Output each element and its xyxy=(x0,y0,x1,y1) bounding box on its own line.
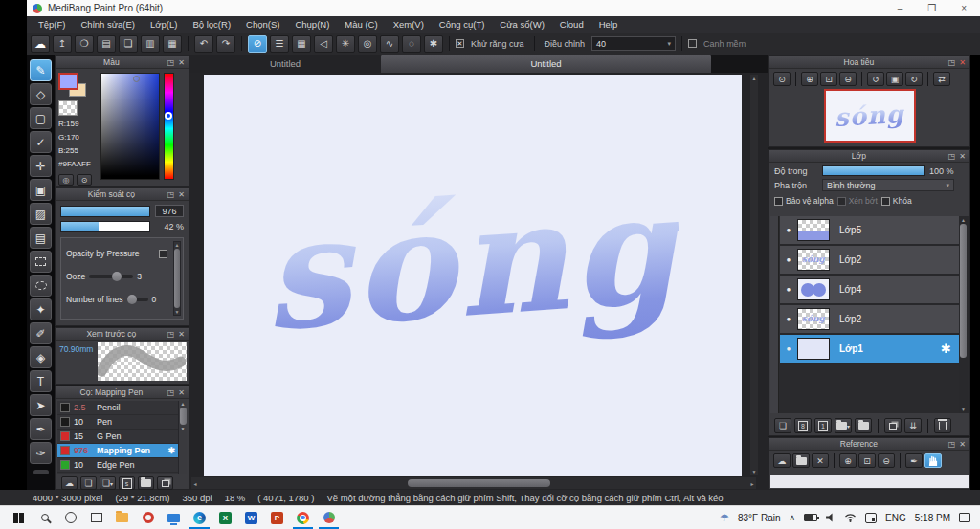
tray-expand-chevron[interactable]: ∧ xyxy=(789,513,795,522)
control-point-tool[interactable]: ✓ xyxy=(30,131,52,153)
canvas-horizontal-scrollbar[interactable]: ◂ ▸ xyxy=(191,477,756,489)
publish-button[interactable]: ↥ xyxy=(53,35,72,53)
speaker-icon[interactable] xyxy=(826,513,835,522)
gradient-tool[interactable]: ▤ xyxy=(30,227,52,249)
start-button[interactable] xyxy=(6,506,32,529)
select-rect-tool[interactable]: ▢ xyxy=(30,107,52,129)
layer-row-lop2a[interactable]: ● sóng Lớp2 xyxy=(780,246,959,276)
visibility-icon[interactable]: ● xyxy=(780,285,797,294)
arrow-up-icon[interactable]: ▲ xyxy=(175,242,180,248)
language-indicator[interactable]: ENG xyxy=(885,513,906,523)
brush-options-scrollbar[interactable]: ▲ ▼ xyxy=(173,241,181,316)
layer-row-lop1-selected[interactable]: ● Lớp1 ✱ xyxy=(780,335,959,364)
chrome-button[interactable] xyxy=(290,506,316,529)
sv-marker[interactable] xyxy=(133,76,140,82)
visibility-icon[interactable]: ● xyxy=(780,255,797,264)
memo-button[interactable]: ▤ xyxy=(97,35,116,53)
menu-file[interactable]: Tệp(F) xyxy=(31,16,74,33)
tool-strip-scroll-pill[interactable] xyxy=(33,470,49,474)
canvas-vertical-scrollbar[interactable]: ▲ ▼ xyxy=(750,75,758,475)
hue-marker[interactable] xyxy=(165,112,172,120)
clock[interactable]: 5:18 PM xyxy=(915,513,950,523)
ref-cloud-button[interactable]: ☁ xyxy=(773,453,791,468)
select-pen-tool[interactable]: ✐ xyxy=(30,322,52,344)
medibang-taskbar-button[interactable] xyxy=(316,506,342,529)
minimize-button[interactable]: – xyxy=(898,3,903,13)
nav-zoom-in-button[interactable]: ⊕ xyxy=(801,72,818,86)
eyedropper-tool[interactable]: ✒ xyxy=(30,418,52,440)
ref-open-button[interactable] xyxy=(792,453,810,468)
layer-folder-button[interactable] xyxy=(855,418,872,433)
pressure-checkbox[interactable] xyxy=(159,250,167,258)
adjust-select[interactable]: 40 ▾ xyxy=(591,36,676,51)
brush-list-scrollbar[interactable]: ▲ ▼ xyxy=(178,401,187,474)
ime-icon[interactable] xyxy=(865,513,877,523)
brush-item-mapping-pen[interactable]: 976 Mapping Pen ✱ xyxy=(57,444,178,458)
layer-row-lop5[interactable]: ● Lớp5 xyxy=(780,216,959,246)
display-app-button[interactable] xyxy=(161,506,187,529)
close-icon[interactable]: ✕ xyxy=(178,388,185,397)
add-brush-button[interactable]: ❏ xyxy=(80,476,97,490)
nav-flip-button[interactable]: ⇄ xyxy=(933,72,950,86)
eraser-tool[interactable]: ◇ xyxy=(30,83,52,105)
pipette-tool[interactable]: ✑ xyxy=(30,442,52,464)
visibility-icon[interactable]: ● xyxy=(780,344,797,353)
layer-row-lop2b[interactable]: ● sóng Lớp2 xyxy=(780,305,959,335)
nav-rotate-ccw-button[interactable]: ↺ xyxy=(867,72,884,86)
visibility-icon[interactable]: ● xyxy=(780,226,797,234)
scrollbar-thumb[interactable] xyxy=(960,224,967,358)
layer-blend-select[interactable]: Bình thường ▾ xyxy=(822,179,954,191)
menu-filter[interactable]: Bộ lọc(R) xyxy=(185,16,238,33)
snap-curve-button[interactable]: ∿ xyxy=(380,35,399,53)
word-button[interactable]: W xyxy=(238,506,264,529)
hue-slider[interactable] xyxy=(164,73,174,180)
document-button[interactable]: ❏ xyxy=(119,35,138,53)
merge-layer-button[interactable]: ⇊ xyxy=(904,418,922,433)
close-icon[interactable]: ✕ xyxy=(959,440,966,449)
snap-off-button[interactable]: ⊘ xyxy=(248,35,267,53)
nav-fit-button[interactable]: ⊡ xyxy=(820,72,837,86)
material-button[interactable]: ▥ xyxy=(141,35,160,53)
menu-color[interactable]: Màu (C) xyxy=(337,16,385,33)
brush-item-edge-pen[interactable]: 10 Edge Pen xyxy=(57,458,178,473)
color-compact-button[interactable]: ⊙ xyxy=(77,174,92,186)
arrow-right-icon[interactable]: ▸ xyxy=(748,480,756,487)
close-icon[interactable]: ✕ xyxy=(178,190,185,199)
add-brush-menu-button[interactable]: ❏▾ xyxy=(100,476,116,490)
ref-zoom-out-button[interactable]: ⊖ xyxy=(878,453,895,468)
taskbar-search-button[interactable] xyxy=(32,506,57,529)
task-view-button[interactable] xyxy=(83,506,109,529)
ref-hand-button[interactable] xyxy=(924,453,942,468)
close-button[interactable]: × xyxy=(961,3,967,13)
bucket-tool[interactable]: ▨ xyxy=(30,203,52,225)
red-app-button[interactable] xyxy=(135,506,161,529)
arrow-left-icon[interactable]: ◂ xyxy=(191,480,199,487)
popout-icon[interactable]: ◳ xyxy=(167,58,175,67)
popout-icon[interactable]: ◳ xyxy=(948,440,956,449)
lasso-tool[interactable] xyxy=(30,275,52,297)
close-icon[interactable]: ✕ xyxy=(959,58,966,67)
arrow-up-icon[interactable]: ▲ xyxy=(961,217,966,223)
brush-folder-button[interactable] xyxy=(138,476,154,490)
operation-tool[interactable]: ➤ xyxy=(30,394,52,416)
visibility-icon[interactable]: ● xyxy=(780,315,797,323)
brush-item-pen[interactable]: 10 Pen xyxy=(57,415,178,430)
fill-tool[interactable]: ▣ xyxy=(30,179,52,201)
snap-ellipse-button[interactable]: ◌ xyxy=(402,35,421,53)
nav-zoom-out-button[interactable]: ⊖ xyxy=(839,72,857,86)
layer-gear-icon[interactable]: ✱ xyxy=(941,342,951,356)
delete-layer-button[interactable] xyxy=(934,418,951,433)
clipping-checkbox[interactable] xyxy=(837,197,846,206)
add-8bit-layer-button[interactable]: 8 xyxy=(794,418,812,433)
redo-button[interactable]: ↷ xyxy=(216,35,235,53)
action-center-icon[interactable] xyxy=(959,513,970,522)
ref-fit-button[interactable]: ⊡ xyxy=(858,453,876,468)
wifi-icon[interactable] xyxy=(844,513,857,522)
popout-icon[interactable]: ◳ xyxy=(948,152,956,161)
snap-cross-button[interactable]: ▦ xyxy=(292,35,311,53)
popout-icon[interactable]: ◳ xyxy=(167,330,175,339)
ref-eyedropper-button[interactable]: ✒ xyxy=(905,453,923,468)
comment-button[interactable]: ❍ xyxy=(75,35,94,53)
undo-button[interactable]: ↶ xyxy=(194,35,213,53)
document-tab-inactive[interactable]: Untitled xyxy=(189,55,381,73)
